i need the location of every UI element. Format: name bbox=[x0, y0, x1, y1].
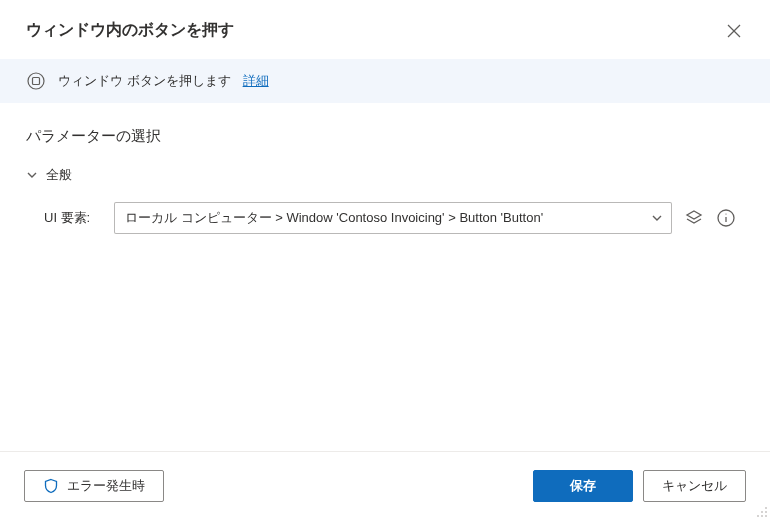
dialog-title: ウィンドウ内のボタンを押す bbox=[26, 20, 234, 41]
dialog-body: パラメーターの選択 全般 UI 要素: ローカル コンピューター > Windo… bbox=[0, 103, 770, 451]
dialog-footer: エラー発生時 保存 キャンセル bbox=[0, 451, 770, 520]
dropdown-value: ローカル コンピューター > Window 'Contoso Invoicing… bbox=[125, 209, 543, 227]
save-button[interactable]: 保存 bbox=[533, 470, 633, 502]
svg-marker-4 bbox=[687, 211, 701, 219]
group-header-general[interactable]: 全般 bbox=[26, 166, 744, 184]
info-text: ウィンドウ ボタンを押します bbox=[58, 72, 231, 90]
svg-point-12 bbox=[761, 515, 763, 517]
more-info-link[interactable]: 詳細 bbox=[243, 72, 269, 90]
svg-point-8 bbox=[765, 507, 767, 509]
on-error-button[interactable]: エラー発生時 bbox=[24, 470, 164, 502]
info-banner: ウィンドウ ボタンを押します 詳細 bbox=[0, 59, 770, 103]
dialog: ウィンドウ内のボタンを押す ウィンドウ ボタンを押します 詳細 パラメーターの選… bbox=[0, 0, 770, 520]
chevron-down-icon bbox=[26, 169, 38, 181]
save-label: 保存 bbox=[570, 477, 596, 495]
cancel-label: キャンセル bbox=[662, 477, 727, 495]
svg-point-7 bbox=[725, 213, 726, 214]
cancel-button[interactable]: キャンセル bbox=[643, 470, 746, 502]
on-error-label: エラー発生時 bbox=[67, 477, 145, 495]
close-button[interactable] bbox=[724, 21, 744, 41]
svg-rect-3 bbox=[33, 78, 40, 85]
svg-point-9 bbox=[761, 511, 763, 513]
parameter-info-button[interactable] bbox=[716, 208, 736, 228]
svg-point-13 bbox=[765, 515, 767, 517]
ui-element-picker-button[interactable] bbox=[684, 208, 704, 228]
action-type-icon bbox=[26, 71, 46, 91]
svg-point-10 bbox=[765, 511, 767, 513]
footer-actions: 保存 キャンセル bbox=[533, 470, 746, 502]
info-icon bbox=[716, 208, 736, 228]
ui-element-dropdown[interactable]: ローカル コンピューター > Window 'Contoso Invoicing… bbox=[114, 202, 672, 234]
shield-icon bbox=[43, 478, 59, 494]
section-title: パラメーターの選択 bbox=[26, 127, 744, 146]
svg-point-11 bbox=[757, 515, 759, 517]
group-label: 全般 bbox=[46, 166, 72, 184]
resize-grip-icon[interactable] bbox=[756, 506, 768, 518]
chevron-down-icon bbox=[651, 212, 663, 224]
dialog-header: ウィンドウ内のボタンを押す bbox=[0, 0, 770, 59]
param-row-ui-element: UI 要素: ローカル コンピューター > Window 'Contoso In… bbox=[26, 202, 744, 234]
svg-point-2 bbox=[28, 73, 44, 89]
layers-icon bbox=[684, 208, 704, 228]
close-icon bbox=[727, 24, 741, 38]
param-label: UI 要素: bbox=[44, 209, 102, 227]
